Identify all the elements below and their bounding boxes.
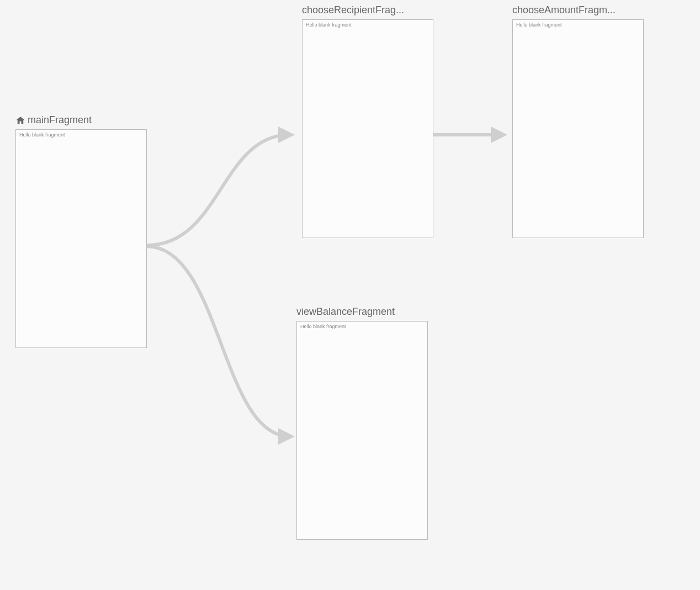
fragment-content-text: Hello blank fragment xyxy=(306,22,429,28)
fragment-preview-amount[interactable]: Hello blank fragment xyxy=(512,19,644,238)
fragment-node-recipient[interactable]: chooseRecipientFrag... Hello blank fragm… xyxy=(302,4,433,238)
nav-graph-canvas[interactable]: mainFragment Hello blank fragment choose… xyxy=(0,0,700,590)
fragment-title-recipient: chooseRecipientFrag... xyxy=(302,4,433,16)
fragment-title-balance: viewBalanceFragment xyxy=(296,306,428,318)
fragment-content-text: Hello blank fragment xyxy=(300,324,424,329)
fragment-title-text: chooseRecipientFrag... xyxy=(302,4,404,16)
fragment-content-text: Hello blank fragment xyxy=(516,22,640,28)
fragment-title-main: mainFragment xyxy=(15,114,147,126)
fragment-title-amount: chooseAmountFragm... xyxy=(512,4,644,16)
fragment-preview-main[interactable]: Hello blank fragment xyxy=(15,129,147,348)
arrow-main-to-balance xyxy=(147,246,290,436)
fragment-node-amount[interactable]: chooseAmountFragm... Hello blank fragmen… xyxy=(512,4,644,238)
fragment-preview-recipient[interactable]: Hello blank fragment xyxy=(302,19,433,238)
fragment-title-text: chooseAmountFragm... xyxy=(512,4,616,16)
fragment-node-main[interactable]: mainFragment Hello blank fragment xyxy=(15,114,147,348)
fragment-content-text: Hello blank fragment xyxy=(19,132,143,138)
fragment-title-text: viewBalanceFragment xyxy=(296,306,395,318)
fragment-node-balance[interactable]: viewBalanceFragment Hello blank fragment xyxy=(296,306,428,540)
fragment-preview-balance[interactable]: Hello blank fragment xyxy=(296,321,428,540)
fragment-title-text: mainFragment xyxy=(28,114,92,126)
home-icon xyxy=(15,115,25,125)
arrow-main-to-recipient xyxy=(147,135,290,245)
